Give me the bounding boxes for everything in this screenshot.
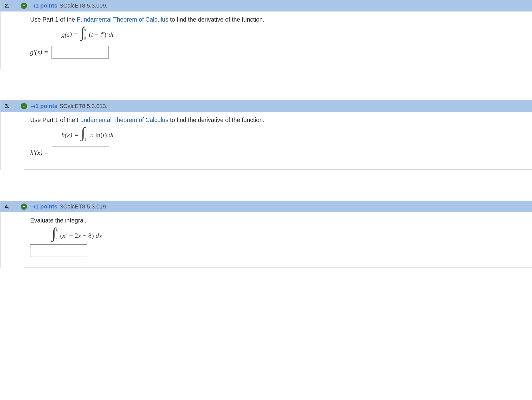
answer-row — [30, 244, 525, 257]
prompt-post: to find the derivative of the function. — [168, 117, 264, 123]
integral-icon: ∫ ex 1 — [81, 128, 88, 142]
exp-2: 2 — [106, 31, 108, 35]
points-label[interactable]: –/1 points — [31, 103, 57, 110]
source-label: SCalcET8 5.3.009. — [60, 2, 108, 9]
answer-label: g'(s) = — [30, 48, 48, 56]
func-lhs: h(x) = — [61, 131, 79, 139]
theorem-link[interactable]: Fundamental Theorem of Calculus — [77, 16, 168, 23]
question-body: Evaluate the integral. ∫ 6 4 (x2 + 2x − … — [24, 212, 532, 268]
prompt-text: Use Part 1 of the Fundamental Theorem of… — [30, 16, 525, 23]
int-upper: s — [84, 28, 86, 32]
answer-row: h'(x) = — [30, 147, 525, 159]
question-header: 4. + –/1 points SCalcET8 5.3.019. — [1, 201, 532, 212]
prompt-pre: Use Part 1 of the — [30, 117, 77, 123]
answer-row: g'(s) = — [30, 46, 525, 59]
int-upper: 6 — [55, 229, 57, 233]
answer-input[interactable] — [51, 46, 109, 59]
integral-icon: ∫ 6 4 — [52, 229, 57, 242]
answer-input[interactable] — [52, 147, 109, 159]
answer-input[interactable] — [30, 244, 87, 257]
question-block: 3. + –/1 points SCalcET8 5.3.013. Use Pa… — [0, 100, 532, 170]
dx: dx — [95, 232, 102, 239]
integral-icon: ∫ s 5 — [81, 28, 86, 41]
question-body: Use Part 1 of the Fundamental Theorem of… — [24, 112, 532, 170]
points-label[interactable]: –/1 points — [31, 203, 57, 210]
plus-icon[interactable]: + — [21, 103, 27, 109]
exp-x: x — [86, 128, 87, 131]
dt: dt — [108, 31, 114, 38]
points-label[interactable]: –/1 points — [31, 2, 57, 9]
func-lhs: g(s) = — [61, 31, 78, 39]
integral-expression: ∫ 6 4 (x2 + 2x − 8) dx — [51, 229, 525, 242]
prompt-pre: Use Part 1 of the — [30, 16, 77, 23]
prompt-text: Use Part 1 of the Fundamental Theorem of… — [30, 117, 525, 124]
source-label: SCalcET8 5.3.019. — [60, 203, 108, 210]
plus-icon[interactable]: + — [21, 204, 27, 210]
question-number: 3. — [5, 103, 11, 110]
question-header: 3. + –/1 points SCalcET8 5.3.013. — [1, 100, 532, 112]
source-label: SCalcET8 5.3.013. — [60, 103, 108, 110]
question-block: 2. + –/1 points SCalcET8 5.3.009. Use Pa… — [0, 0, 532, 69]
question-block: 4. + –/1 points SCalcET8 5.3.019. Evalua… — [0, 201, 532, 268]
int-lower: 5 — [84, 37, 86, 41]
question-number: 2. — [5, 2, 11, 9]
prompt-post: to find the derivative of the function. — [168, 16, 264, 23]
int-upper: ex — [85, 128, 87, 133]
plus-icon[interactable]: + — [21, 3, 27, 9]
integrand: (x2 + 2x − 8) dx — [60, 232, 102, 240]
question-number: 4. — [5, 203, 11, 210]
integrand: (t − t8)2dt — [89, 31, 114, 39]
theorem-link[interactable]: Fundamental Theorem of Calculus — [77, 117, 168, 123]
function-definition: h(x) = ∫ ex 1 5 ln(t) dt — [61, 128, 525, 142]
question-header: 2. + –/1 points SCalcET8 5.3.009. — [1, 0, 532, 11]
question-body: Use Part 1 of the Fundamental Theorem of… — [24, 11, 532, 69]
answer-label: h'(x) = — [30, 149, 49, 157]
dt: dt — [108, 131, 114, 139]
integrand: 5 ln(t) dt — [90, 131, 114, 139]
int-lower: 1 — [85, 137, 87, 141]
function-definition: g(s) = ∫ s 5 (t − t8)2dt — [61, 28, 525, 41]
int-lower: 4 — [55, 238, 57, 242]
prompt-text: Evaluate the integral. — [30, 217, 525, 224]
